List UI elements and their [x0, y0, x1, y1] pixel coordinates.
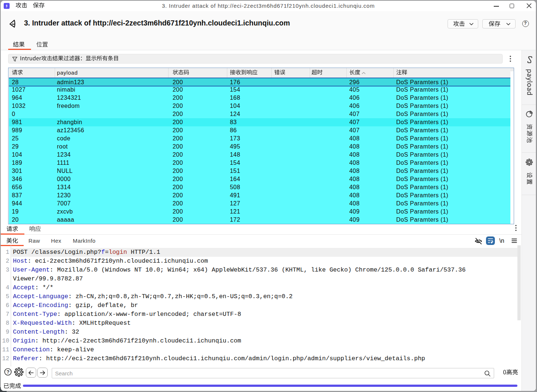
svg-text:?: ? [6, 369, 9, 375]
